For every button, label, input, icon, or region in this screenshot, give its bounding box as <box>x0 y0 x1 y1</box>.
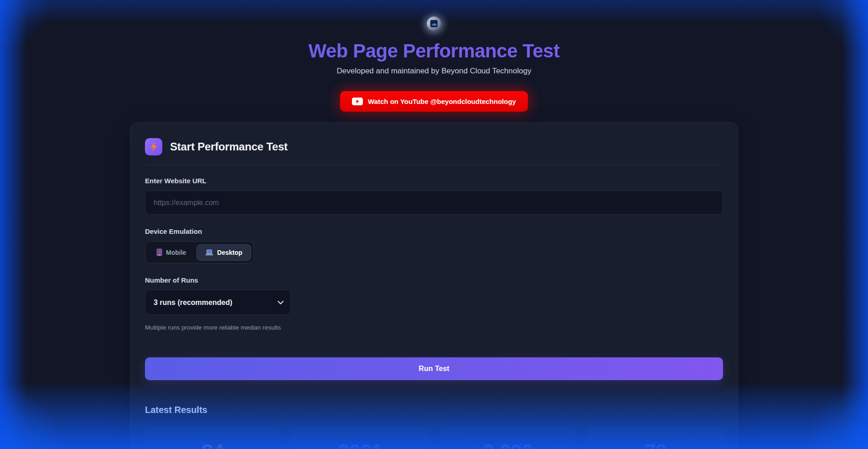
laptop-icon <box>205 249 213 256</box>
performance-test-page: Web Page Performance Test Developed and … <box>0 0 868 449</box>
metric-value: 2061 <box>338 439 382 449</box>
card-header: Start Performance Test <box>145 138 723 155</box>
metric-value: 84 <box>202 439 224 449</box>
device-emulation-label: Device Emulation <box>145 227 723 235</box>
device-option-desktop-label: Desktop <box>217 249 242 256</box>
site-header: Web Page Performance Test Developed and … <box>0 0 868 112</box>
metrics-grid: 84 2061 0.000 78 <box>145 427 723 449</box>
card-title: Start Performance Test <box>170 140 288 153</box>
header-divider <box>145 165 723 165</box>
runs-select[interactable]: 3 runs (recommended) <box>145 290 291 315</box>
device-option-mobile-label: Mobile <box>166 249 186 256</box>
lightning-bolt-icon <box>145 138 162 155</box>
watch-on-youtube-button[interactable]: Watch on YouTube @beyondcloudtechnology <box>340 91 528 112</box>
run-test-button[interactable]: Run Test <box>145 357 723 380</box>
runs-group: Number of Runs 3 runs (recommended) Mult… <box>145 276 723 331</box>
metric-value: 78 <box>644 439 666 449</box>
runs-label: Number of Runs <box>145 276 723 284</box>
runs-select-wrap: 3 runs (recommended) <box>145 290 291 315</box>
page-title: Web Page Performance Test <box>0 40 868 62</box>
device-emulation-group: Device Emulation Mobile <box>145 227 723 263</box>
url-field-group: Enter Website URL <box>145 177 723 215</box>
metric-card: 2061 <box>293 427 428 449</box>
youtube-play-icon <box>352 98 363 105</box>
metric-card: 0.000 <box>440 427 576 449</box>
globe-badge-icon <box>427 16 441 31</box>
device-toggle-group: Mobile Desktop <box>145 241 254 263</box>
runs-helper-text: Multiple runs provide more reliable medi… <box>145 324 723 331</box>
start-performance-test-card: Start Performance Test Enter Website URL… <box>130 122 738 449</box>
metric-value: 0.000 <box>483 439 533 449</box>
mobile-phone-icon <box>156 248 162 256</box>
youtube-button-label: Watch on YouTube @beyondcloudtechnology <box>368 98 516 105</box>
metric-card: 84 <box>145 427 280 449</box>
device-option-mobile[interactable]: Mobile <box>148 244 195 261</box>
latest-results-title: Latest Results <box>145 405 723 415</box>
website-url-input[interactable] <box>145 191 723 215</box>
device-option-desktop[interactable]: Desktop <box>196 244 251 261</box>
page-subtitle: Developed and maintained by Beyond Cloud… <box>0 67 868 76</box>
url-field-label: Enter Website URL <box>145 177 723 185</box>
metric-card: 78 <box>588 427 723 449</box>
